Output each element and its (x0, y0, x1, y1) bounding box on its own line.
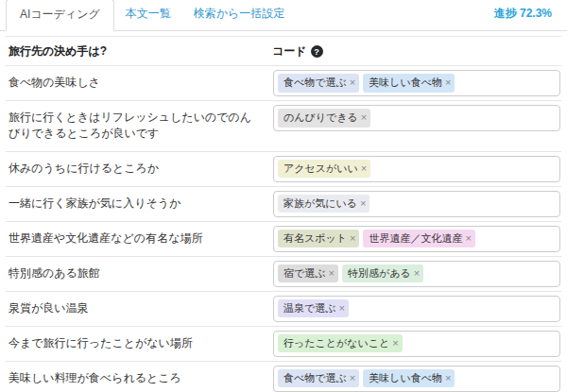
code-tag-label: 世界遺産／文化遺産 (369, 232, 462, 245)
question-column-header: 旅行先の決め手は? (6, 43, 272, 60)
help-icon[interactable]: ? (311, 45, 323, 58)
code-cell: 有名スポット×世界遺産／文化遺産× (272, 225, 561, 253)
question-text: 一緒に行く家族が気に入りそうか (6, 190, 272, 217)
code-tag[interactable]: のんびりできる× (278, 109, 370, 127)
code-tags-input[interactable]: アクセスがいい× (273, 156, 560, 182)
code-tag[interactable]: 有名スポット× (278, 230, 359, 247)
code-tag[interactable]: 家族が気にいる× (278, 195, 369, 213)
question-text: 食べ物の美味しさ (6, 69, 272, 96)
table-row: 食べ物の美味しさ 食べ物で選ぶ×美味しい食べ物× (6, 66, 561, 101)
remove-tag-icon[interactable]: × (414, 267, 420, 280)
remove-tag-icon[interactable]: × (339, 302, 345, 315)
table-row: 旅行に行くときはリフレッシュしたいのでのんびりできるところが良いです のんびりで… (6, 101, 561, 152)
code-cell: 食べ物で選ぶ×美味しい食べ物× (272, 69, 561, 97)
code-cell: 家族が気にいる× (272, 190, 561, 218)
code-tag[interactable]: 宿で選ぶ× (278, 264, 338, 282)
remove-tag-icon[interactable]: × (445, 372, 451, 384)
tab-body-list[interactable]: 本文一覧 (114, 0, 182, 30)
question-text: 美味しい料理が食べられるところ (6, 365, 272, 392)
remove-tag-icon[interactable]: × (350, 372, 355, 384)
coding-table-body: 食べ物の美味しさ 食べ物で選ぶ×美味しい食べ物× 旅行に行くときはリフレッシュし… (6, 66, 561, 392)
remove-tag-icon[interactable]: × (350, 232, 355, 245)
table-row: 世界遺産や文化遺産などの有名な場所 有名スポット×世界遺産／文化遺産× (6, 222, 561, 257)
table-row: 泉質が良い温泉 温泉で選ぶ× (6, 292, 561, 327)
code-tag[interactable]: 世界遺産／文化遺産× (363, 230, 474, 247)
code-tags-input[interactable]: 行ったことがないこと× (273, 331, 560, 357)
code-tag-label: 美味しい食べ物 (369, 372, 442, 384)
tab-ai-coding[interactable]: AIコーディング (6, 0, 114, 31)
code-tag-label: 温泉で選ぶ (284, 302, 336, 315)
code-tags-input[interactable]: 食べ物で選ぶ×美味しい食べ物× (273, 366, 560, 392)
code-tag-label: 美味しい食べ物 (369, 77, 442, 89)
code-tag[interactable]: 行ったことがないこと× (278, 334, 403, 352)
code-cell: 温泉で選ぶ× (272, 295, 561, 323)
code-tags-input[interactable]: 宿で選ぶ×特別感がある× (273, 261, 560, 287)
question-text: 旅行に行くときはリフレッシュしたいのでのんびりできるところが良いです (6, 104, 272, 148)
code-tag-label: アクセスがいい (284, 162, 358, 175)
question-text: 休みのうちに行けるところか (6, 155, 272, 182)
question-text: 今まで旅行に行ったことがない場所 (6, 330, 272, 357)
code-tags-input[interactable]: のんびりできる× (273, 105, 560, 131)
code-tag[interactable]: 食べ物で選ぶ× (278, 74, 359, 92)
code-tags-input[interactable]: 有名スポット×世界遺産／文化遺産× (273, 226, 560, 252)
code-cell: 行ったことがないこと× (272, 330, 561, 358)
code-tag-label: 有名スポット (284, 232, 347, 245)
code-tags-input[interactable]: 食べ物で選ぶ×美味しい食べ物× (273, 70, 560, 96)
code-cell: のんびりできる× (272, 104, 561, 132)
coding-table: 旅行先の決め手は? コード ? 食べ物の美味しさ 食べ物で選ぶ×美味しい食べ物×… (6, 36, 561, 392)
question-text: 世界遺産や文化遺産などの有名な場所 (6, 225, 272, 252)
code-tag[interactable]: アクセスがいい× (278, 160, 370, 178)
code-cell: アクセスがいい× (272, 155, 561, 183)
code-tag-label: 食べ物で選ぶ (284, 372, 347, 384)
tab-bulk-set-from-search[interactable]: 検索から一括設定 (182, 0, 297, 30)
table-row: 一緒に行く家族が気に入りそうか 家族が気にいる× (6, 187, 561, 222)
question-text: 特別感のある旅館 (6, 260, 272, 287)
remove-tag-icon[interactable]: × (361, 162, 367, 175)
remove-tag-icon[interactable]: × (350, 77, 355, 89)
question-text: 泉質が良い温泉 (6, 295, 272, 322)
tab-bar: AIコーディング 本文一覧 検索から一括設定 進捗 72.3% (0, 0, 567, 31)
code-tag-label: のんびりできる (284, 111, 358, 124)
progress-label: 進捗 72.3% (489, 0, 558, 30)
code-tag-label: 食べ物で選ぶ (284, 77, 347, 89)
code-cell: 食べ物で選ぶ×美味しい食べ物× (272, 365, 561, 392)
code-tags-input[interactable]: 家族が気にいる× (273, 191, 560, 217)
remove-tag-icon[interactable]: × (329, 267, 335, 280)
remove-tag-icon[interactable]: × (392, 337, 398, 349)
table-row: 休みのうちに行けるところか アクセスがいい× (6, 152, 561, 187)
code-tag-label: 特別感がある (348, 267, 411, 280)
code-column-label: コード (272, 43, 307, 60)
code-tag[interactable]: 特別感がある× (342, 264, 423, 282)
code-tag[interactable]: 美味しい食べ物× (363, 74, 455, 92)
remove-tag-icon[interactable]: × (360, 197, 366, 210)
code-tag[interactable]: 温泉で選ぶ× (278, 299, 349, 317)
code-column-header: コード ? (272, 43, 561, 60)
code-tag-label: 家族が気にいる (284, 197, 357, 210)
table-row: 美味しい料理が食べられるところ 食べ物で選ぶ×美味しい食べ物× (6, 362, 561, 392)
remove-tag-icon[interactable]: × (445, 77, 451, 89)
code-tag[interactable]: 美味しい食べ物× (363, 369, 455, 387)
code-tag-label: 宿で選ぶ (284, 267, 326, 280)
code-tag[interactable]: 食べ物で選ぶ× (278, 369, 359, 387)
table-row: 特別感のある旅館 宿で選ぶ×特別感がある× (6, 257, 561, 292)
remove-tag-icon[interactable]: × (465, 232, 471, 245)
code-tag-label: 行ったことがないこと (284, 337, 389, 349)
table-header: 旅行先の決め手は? コード ? (6, 37, 561, 66)
table-row: 今まで旅行に行ったことがない場所 行ったことがないこと× (6, 327, 561, 362)
code-tags-input[interactable]: 温泉で選ぶ× (273, 296, 560, 322)
code-cell: 宿で選ぶ×特別感がある× (272, 260, 561, 288)
remove-tag-icon[interactable]: × (361, 111, 367, 124)
